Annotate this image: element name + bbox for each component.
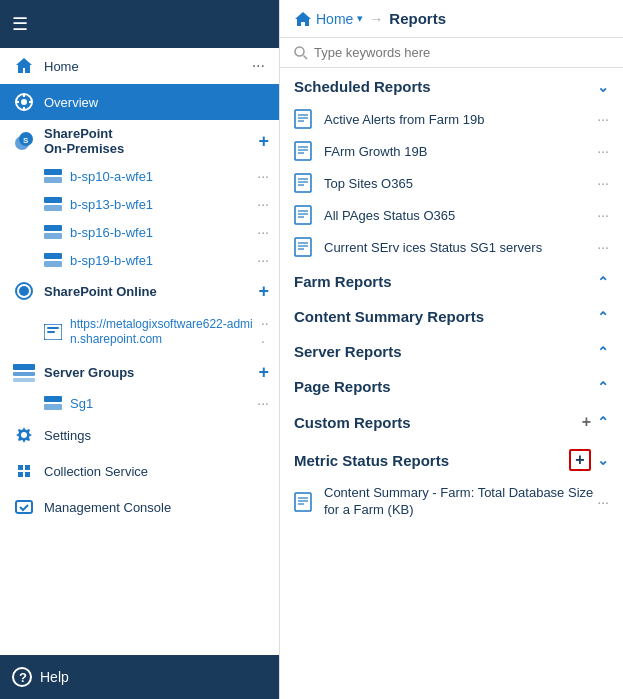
sharepoint-icon: S bbox=[10, 130, 38, 152]
report-all-pages-label: All PAges Status O365 bbox=[324, 208, 597, 223]
section-page-reports[interactable]: Page Reports ⌃ bbox=[280, 368, 623, 403]
custom-reports-chevron[interactable]: ⌃ bbox=[597, 414, 609, 430]
b-sp13-label: b-sp13-b-wfe1 bbox=[70, 197, 153, 212]
report-item-current-services[interactable]: Current SErv ices Status SG1 servers ··· bbox=[280, 231, 623, 263]
sidebar: ☰ Home ··· Overview S SharePointOn-Premi… bbox=[0, 0, 280, 699]
scheduled-reports-label: Scheduled Reports bbox=[294, 78, 597, 95]
report-top-sites-more[interactable]: ··· bbox=[597, 175, 609, 191]
sidebar-item-b-sp16[interactable]: b-sp16-b-wfe1 ··· bbox=[0, 218, 279, 246]
metric-status-label: Metric Status Reports bbox=[294, 452, 569, 469]
help-label: Help bbox=[40, 669, 69, 685]
server-groups-plus[interactable]: + bbox=[258, 362, 269, 383]
report-all-pages-more[interactable]: ··· bbox=[597, 207, 609, 223]
svg-rect-10 bbox=[44, 177, 62, 183]
metric-status-plus-highlighted[interactable]: + bbox=[569, 449, 591, 471]
sharepoint-online-plus[interactable]: + bbox=[258, 281, 269, 302]
sidebar-footer-help[interactable]: ? Help bbox=[0, 655, 279, 699]
server-groups-label: Server Groups bbox=[44, 365, 254, 380]
sidebar-item-b-sp13[interactable]: b-sp13-b-wfe1 ··· bbox=[0, 190, 279, 218]
report-active-alerts-more[interactable]: ··· bbox=[597, 111, 609, 127]
svg-rect-21 bbox=[47, 331, 55, 333]
management-console-icon bbox=[10, 497, 38, 517]
custom-reports-label: Custom Reports bbox=[294, 414, 582, 431]
sidebar-item-sharepoint-online[interactable]: SharePoint Online + bbox=[0, 274, 279, 308]
reports-list: Scheduled Reports ⌄ Active Alerts from F… bbox=[280, 68, 623, 699]
b-sp16-ellipsis[interactable]: ··· bbox=[257, 224, 269, 240]
report-item-all-pages[interactable]: All PAges Status O365 ··· bbox=[280, 199, 623, 231]
svg-rect-14 bbox=[44, 233, 62, 239]
breadcrumb-arrow: → bbox=[369, 11, 383, 27]
svg-rect-48 bbox=[295, 238, 311, 256]
svg-rect-23 bbox=[13, 372, 35, 376]
sp-url-label: https://metalogixsoftware622-admin.share… bbox=[70, 317, 261, 348]
settings-icon bbox=[10, 425, 38, 445]
search-input[interactable] bbox=[314, 45, 609, 60]
farm-reports-chevron[interactable]: ⌃ bbox=[597, 274, 609, 290]
main-panel: Home ▾ → Reports Scheduled Reports ⌄ Act… bbox=[280, 0, 623, 699]
hamburger-icon[interactable]: ☰ bbox=[12, 13, 28, 35]
report-content-summary-farm-more[interactable]: ··· bbox=[597, 494, 609, 510]
b-sp10-label: b-sp10-a-wfe1 bbox=[70, 169, 153, 184]
svg-point-1 bbox=[21, 99, 27, 105]
svg-rect-40 bbox=[295, 174, 311, 192]
server-reports-label: Server Reports bbox=[294, 343, 597, 360]
metric-status-chevron[interactable]: ⌄ bbox=[597, 452, 609, 468]
b-sp16-label: b-sp16-b-wfe1 bbox=[70, 225, 153, 240]
report-doc-icon-3 bbox=[294, 173, 316, 193]
scheduled-reports-chevron[interactable]: ⌄ bbox=[597, 79, 609, 95]
report-item-top-sites[interactable]: Top Sites O365 ··· bbox=[280, 167, 623, 199]
section-scheduled-reports[interactable]: Scheduled Reports ⌄ bbox=[280, 68, 623, 103]
report-doc-icon-6 bbox=[294, 492, 316, 512]
sidebar-item-management-console[interactable]: Management Console bbox=[0, 489, 279, 525]
report-doc-icon bbox=[294, 109, 316, 129]
report-farm-growth-label: FArm Growth 19B bbox=[324, 144, 597, 159]
help-icon: ? bbox=[12, 667, 32, 687]
section-farm-reports[interactable]: Farm Reports ⌃ bbox=[280, 263, 623, 298]
report-farm-growth-more[interactable]: ··· bbox=[597, 143, 609, 159]
sidebar-item-home[interactable]: Home ··· bbox=[0, 48, 279, 84]
svg-rect-44 bbox=[295, 206, 311, 224]
report-item-active-alerts[interactable]: Active Alerts from Farm 19b ··· bbox=[280, 103, 623, 135]
section-custom-reports[interactable]: Custom Reports + ⌃ bbox=[280, 403, 623, 439]
section-metric-status-reports[interactable]: Metric Status Reports + ⌄ bbox=[280, 439, 623, 479]
sidebar-item-sharepoint-onprem[interactable]: S SharePointOn-Premises + bbox=[0, 120, 279, 162]
breadcrumb-dropdown-icon[interactable]: ▾ bbox=[357, 12, 363, 25]
page-reports-label: Page Reports bbox=[294, 378, 597, 395]
custom-reports-plus[interactable]: + bbox=[582, 413, 591, 431]
report-active-alerts-label: Active Alerts from Farm 19b bbox=[324, 112, 597, 127]
sidebar-item-b-sp19[interactable]: b-sp19-b-wfe1 ··· bbox=[0, 246, 279, 274]
sg1-ellipsis[interactable]: ··· bbox=[257, 395, 269, 411]
sidebar-item-sp-url[interactable]: https://metalogixsoftware622-admin.share… bbox=[0, 308, 279, 356]
farm-reports-label: Farm Reports bbox=[294, 273, 597, 290]
svg-rect-24 bbox=[13, 378, 35, 382]
svg-rect-9 bbox=[44, 169, 62, 175]
sharepoint-onprem-plus[interactable]: + bbox=[258, 131, 269, 152]
sidebar-item-server-groups[interactable]: Server Groups + bbox=[0, 356, 279, 389]
b-sp13-ellipsis[interactable]: ··· bbox=[257, 196, 269, 212]
breadcrumb-home[interactable]: Home ▾ bbox=[294, 11, 363, 27]
report-item-farm-growth[interactable]: FArm Growth 19B ··· bbox=[280, 135, 623, 167]
report-item-content-summary-farm[interactable]: Content Summary - Farm: Total Database S… bbox=[280, 479, 623, 525]
b-sp19-ellipsis[interactable]: ··· bbox=[257, 252, 269, 268]
report-current-services-more[interactable]: ··· bbox=[597, 239, 609, 255]
svg-rect-32 bbox=[295, 110, 311, 128]
server-reports-chevron[interactable]: ⌃ bbox=[597, 344, 609, 360]
home-ellipsis[interactable]: ··· bbox=[248, 57, 269, 75]
server-groups-icon bbox=[10, 364, 38, 382]
svg-text:?: ? bbox=[19, 670, 27, 685]
sidebar-item-sg1[interactable]: Sg1 ··· bbox=[0, 389, 279, 417]
svg-rect-26 bbox=[44, 404, 62, 410]
content-summary-chevron[interactable]: ⌃ bbox=[597, 309, 609, 325]
svg-rect-13 bbox=[44, 225, 62, 231]
sidebar-item-settings[interactable]: Settings bbox=[0, 417, 279, 453]
b-sp10-ellipsis[interactable]: ··· bbox=[257, 168, 269, 184]
section-server-reports[interactable]: Server Reports ⌃ bbox=[280, 333, 623, 368]
svg-rect-27 bbox=[16, 501, 32, 513]
sidebar-item-b-sp10[interactable]: b-sp10-a-wfe1 ··· bbox=[0, 162, 279, 190]
sidebar-item-overview[interactable]: Overview bbox=[0, 84, 279, 120]
sp-url-ellipsis[interactable]: ··· bbox=[261, 314, 269, 350]
search-bar bbox=[280, 38, 623, 68]
section-content-summary-reports[interactable]: Content Summary Reports ⌃ bbox=[280, 298, 623, 333]
page-reports-chevron[interactable]: ⌃ bbox=[597, 379, 609, 395]
sidebar-item-collection-service[interactable]: Collection Service bbox=[0, 453, 279, 489]
